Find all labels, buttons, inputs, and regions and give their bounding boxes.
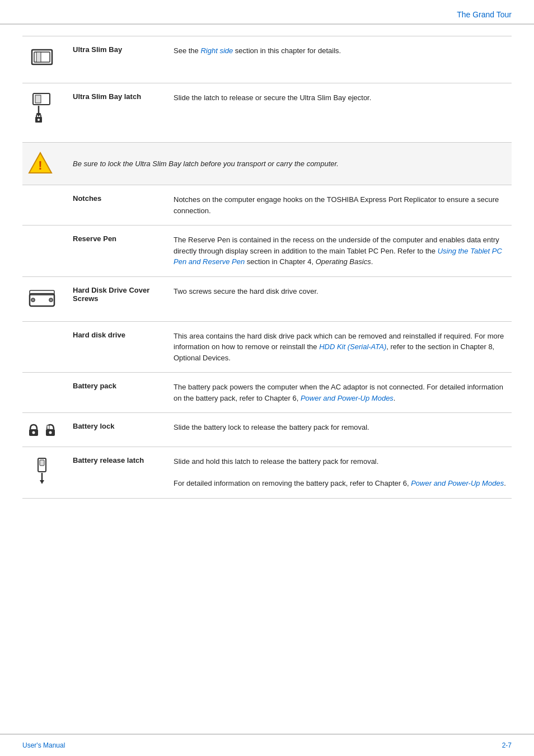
label-reserve-pen: Reserve Pen: [67, 226, 168, 277]
svg-rect-23: [47, 425, 49, 429]
desc-ultra-slim-bay-latch: Slide the latch to release or secure the…: [168, 83, 512, 143]
svg-point-21: [32, 431, 35, 434]
desc-battery-lock: Slide the battery lock to release the ba…: [168, 413, 512, 447]
main-content: Ultra Slim Bay See the Right side sectio…: [0, 25, 534, 521]
row-ultra-slim-bay-latch: Ultra Slim Bay latch Slide the latch to …: [22, 83, 512, 143]
link-power-modes-2[interactable]: Power and Power-Up Modes: [411, 479, 504, 487]
svg-point-9: [38, 119, 40, 121]
svg-rect-5: [35, 95, 41, 103]
label-hdd-cover-screws: Hard Disk Drive Cover Screws: [67, 276, 168, 321]
row-battery-release-latch: Battery release latch Slide and hold thi…: [22, 447, 512, 499]
icon-cell-ultra-slim-bay: [22, 36, 67, 83]
icon-cell-notches: [22, 185, 67, 226]
svg-rect-3: [36, 52, 41, 62]
label-hard-disk-drive: Hard disk drive: [67, 321, 168, 373]
footer-left: User's Manual: [22, 741, 65, 749]
link-hdd-kit[interactable]: HDD Kit (Serial-ATA): [319, 342, 386, 351]
ultra-slim-bay-latch-icon: [29, 92, 55, 132]
icon-cell-hdd: [22, 276, 67, 321]
icon-cell-battery-release: [22, 447, 67, 499]
label-ultra-slim-bay: Ultra Slim Bay: [67, 36, 168, 83]
svg-marker-28: [40, 480, 44, 484]
label-notches: Notches: [67, 185, 168, 226]
label-battery-release-latch: Battery release latch: [67, 447, 168, 499]
warning-icon-cell: !: [22, 143, 67, 185]
label-battery-pack: Battery pack: [67, 373, 168, 413]
ultra-slim-bay-icon: [29, 45, 55, 72]
label-battery-lock: Battery lock: [67, 413, 168, 447]
row-hard-disk-drive: Hard disk drive This area contains the h…: [22, 321, 512, 373]
svg-point-24: [49, 431, 52, 434]
row-battery-pack: Battery pack The battery pack powers the…: [22, 373, 512, 413]
warning-icon: !: [28, 151, 53, 175]
svg-rect-26: [40, 460, 44, 466]
row-warning: ! Be sure to lock the Ultra Slim Bay lat…: [22, 143, 512, 185]
row-hdd-cover-screws: Hard Disk Drive Cover Screws Two screws …: [22, 276, 512, 321]
operating-basics-italic: Operating Basics: [316, 257, 371, 266]
header-title: The Grand Tour: [457, 10, 512, 19]
icon-cell-hdd2: [22, 321, 67, 373]
link-power-modes[interactable]: Power and Power-Up Modes: [301, 394, 394, 402]
desc-battery-release-latch: Slide and hold this latch to release the…: [168, 447, 512, 499]
icon-cell-latch: [22, 83, 67, 143]
row-reserve-pen: Reserve Pen The Reserve Pen is contained…: [22, 226, 512, 277]
content-table: Ultra Slim Bay See the Right side sectio…: [22, 36, 512, 499]
row-notches: Notches Notches on the computer engage h…: [22, 185, 512, 226]
warning-text-cell: Be sure to lock the Ultra Slim Bay latch…: [67, 143, 512, 185]
battery-lock-icon-locked: [44, 422, 57, 438]
row-battery-lock: Battery lock Slide the battery lock to r…: [22, 413, 512, 447]
battery-release-latch-icon: [34, 456, 50, 487]
desc-reserve-pen: The Reserve Pen is contained in the rece…: [168, 226, 512, 277]
page-footer: User's Manual 2-7: [0, 734, 534, 756]
desc-hdd-cover-screws: Two screws secure the hard disk drive co…: [168, 276, 512, 321]
icon-cell-battery-lock: [22, 413, 67, 447]
warning-text: Be sure to lock the Ultra Slim Bay latch…: [73, 159, 339, 168]
battery-lock-icon-unlocked: [27, 422, 40, 438]
row-ultra-slim-bay: Ultra Slim Bay See the Right side sectio…: [22, 36, 512, 83]
desc-notches: Notches on the computer engage hooks on …: [168, 185, 512, 226]
desc-battery-pack: The battery pack powers the computer whe…: [168, 373, 512, 413]
desc-hard-disk-drive: This area contains the hard disk drive p…: [168, 321, 512, 373]
desc-ultra-slim-bay: See the Right side section in this chapt…: [168, 36, 512, 83]
svg-text:!: !: [38, 158, 42, 172]
link-right-side[interactable]: Right side: [200, 46, 233, 55]
hdd-icon: [27, 286, 57, 311]
page-header: The Grand Tour: [0, 0, 534, 25]
icon-cell-reserve-pen: [22, 226, 67, 277]
label-ultra-slim-bay-latch: Ultra Slim Bay latch: [67, 83, 168, 143]
footer-right: 2-7: [502, 741, 512, 749]
icon-cell-battery-pack: [22, 373, 67, 413]
